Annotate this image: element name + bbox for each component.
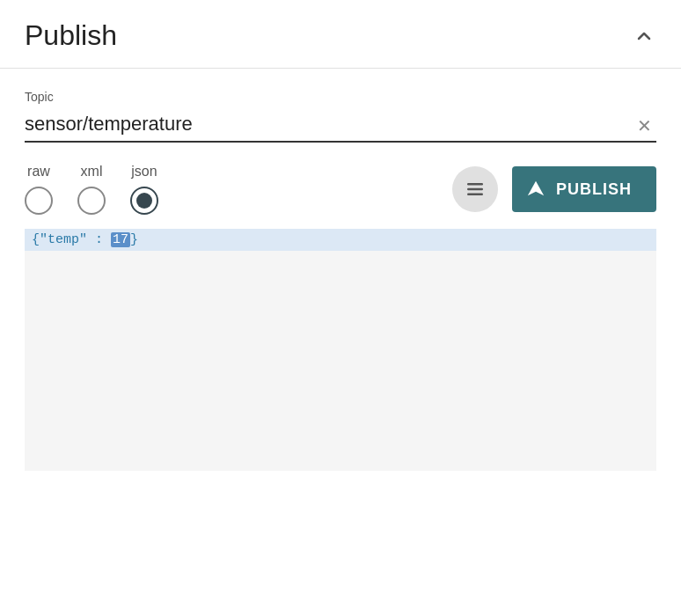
topic-label: Topic bbox=[25, 90, 656, 104]
code-line-1: {"temp" : 17} bbox=[25, 229, 656, 251]
topic-input[interactable] bbox=[25, 109, 656, 143]
radio-label-xml: xml bbox=[81, 164, 103, 180]
code-empty-area[interactable] bbox=[25, 251, 656, 471]
topic-input-wrapper: ✕ bbox=[25, 109, 656, 143]
controls-row: raw xml json bbox=[25, 164, 656, 215]
clear-icon[interactable]: ✕ bbox=[632, 114, 656, 138]
radio-item-json[interactable]: json bbox=[130, 164, 158, 215]
svg-marker-3 bbox=[528, 181, 544, 196]
code-highlight: 17 bbox=[111, 232, 130, 247]
radio-json[interactable] bbox=[130, 187, 158, 215]
code-editor: {"temp" : 17} bbox=[25, 229, 656, 475]
publish-button-label: PUBLISH bbox=[556, 180, 632, 199]
radio-item-raw[interactable]: raw bbox=[25, 164, 53, 215]
publish-button[interactable]: PUBLISH bbox=[512, 166, 656, 212]
format-radio-group: raw xml json bbox=[25, 164, 452, 215]
radio-item-xml[interactable]: xml bbox=[77, 164, 106, 215]
panel-header: Publish bbox=[0, 0, 681, 69]
radio-label-json: json bbox=[131, 164, 157, 180]
svg-rect-1 bbox=[467, 188, 483, 191]
radio-raw[interactable] bbox=[25, 187, 53, 215]
svg-rect-2 bbox=[467, 194, 483, 196]
radio-label-raw: raw bbox=[27, 164, 50, 180]
panel-body: Topic ✕ raw xml bbox=[0, 69, 681, 475]
page-title: Publish bbox=[25, 19, 117, 52]
code-text: {"temp" : 17} bbox=[32, 232, 138, 247]
format-button[interactable] bbox=[452, 166, 498, 212]
svg-rect-0 bbox=[467, 183, 483, 186]
publish-panel: Publish Topic ✕ raw bbox=[0, 0, 681, 616]
radio-xml[interactable] bbox=[77, 187, 106, 215]
collapse-button[interactable] bbox=[632, 24, 656, 48]
